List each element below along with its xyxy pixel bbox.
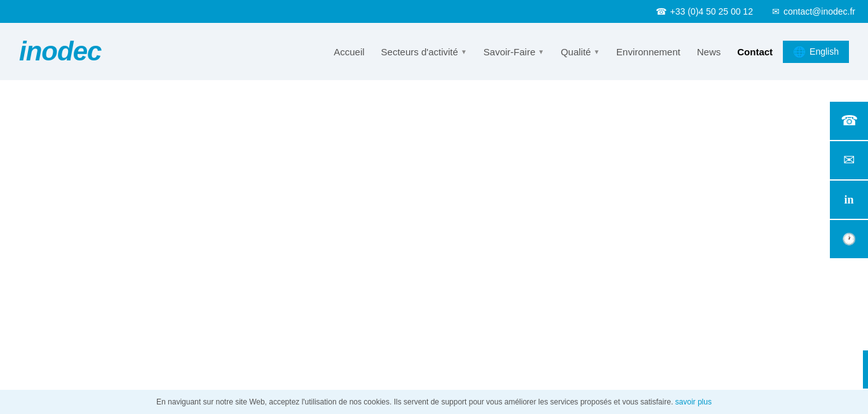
sidebar-linkedin-icon: in (844, 193, 853, 207)
phone-number: +33 (0)4 50 25 00 12 (670, 6, 753, 17)
secteurs-dropdown-arrow: ▼ (461, 48, 467, 55)
email-contact[interactable]: ✉ contact@inodec.fr (772, 6, 855, 17)
sidebar-clock-icon: 🕐 (842, 232, 856, 246)
nav-news[interactable]: News (691, 41, 728, 62)
globe-icon: 🌐 (793, 46, 806, 58)
nav-environnement[interactable]: Environnement (610, 41, 687, 62)
sidebar-phone-icon: ☎ (841, 113, 858, 129)
savoir-faire-dropdown-arrow: ▼ (538, 48, 544, 55)
language-label: English (810, 46, 839, 57)
logo-text: inodec (19, 36, 101, 67)
nav-accueil[interactable]: Accueil (327, 41, 370, 62)
sidebar-email-button[interactable]: ✉ (830, 141, 868, 179)
header: inodec Accueil Secteurs d'activité ▼ Sav… (0, 23, 868, 80)
nav-savoir-faire[interactable]: Savoir-Faire ▼ (477, 41, 551, 62)
main-nav: Accueil Secteurs d'activité ▼ Savoir-Fai… (327, 41, 849, 63)
top-bar: ☎ +33 (0)4 50 25 00 12 ✉ contact@inodec.… (0, 0, 868, 23)
sidebar-phone-button[interactable]: ☎ (830, 102, 868, 140)
phone-icon: ☎ (656, 6, 667, 17)
nav-qualite[interactable]: Qualité ▼ (554, 41, 606, 62)
qualite-dropdown-arrow: ▼ (593, 48, 600, 55)
scroll-indicator (863, 350, 868, 366)
sidebar-linkedin-button[interactable]: in (830, 181, 868, 219)
nav-contact[interactable]: Contact (731, 41, 779, 62)
nav-english[interactable]: 🌐 English (783, 41, 849, 63)
logo[interactable]: inodec (19, 36, 101, 67)
phone-contact[interactable]: ☎ +33 (0)4 50 25 00 12 (656, 6, 753, 17)
main-content (0, 80, 868, 366)
sidebar-buttons: ☎ ✉ in 🕐 (830, 102, 868, 258)
nav-secteurs[interactable]: Secteurs d'activité ▼ (375, 41, 473, 62)
sidebar-email-icon: ✉ (843, 152, 855, 169)
email-address: contact@inodec.fr (783, 6, 855, 17)
email-icon: ✉ (772, 6, 780, 17)
sidebar-clock-button[interactable]: 🕐 (830, 220, 868, 258)
